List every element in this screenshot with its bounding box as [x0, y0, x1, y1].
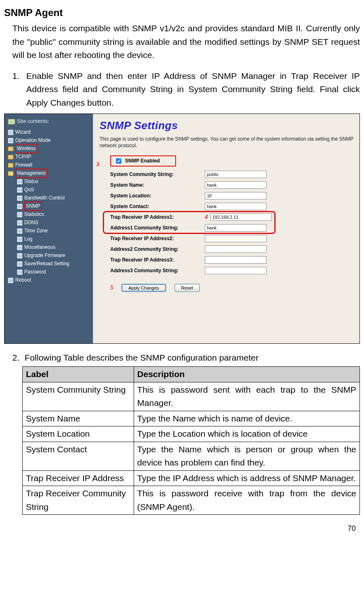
nav-tree: ▭Wizard ▭Operation Mode Wireless TCP/IP …	[5, 128, 93, 285]
field-label: System Location:	[110, 192, 205, 200]
nav-label: Wizard	[15, 128, 30, 136]
field-label: Address2 Community String:	[110, 245, 205, 253]
cell-desc: Type the Name which is person or group w…	[134, 442, 359, 470]
row-trap3-comm: Address3 Community String:	[100, 265, 355, 276]
table-row: System NameType the Name which is name o…	[23, 411, 360, 426]
doc-icon: ▭	[17, 261, 23, 267]
nav-item-bandwidth[interactable]: ▭Bandwidth Control	[5, 194, 93, 202]
field-label: Trap Receiver IP Address3:	[110, 256, 205, 264]
content-pane: SNMP Settings This page is used to confi…	[93, 114, 359, 343]
field-label: Address1 Community String:	[110, 224, 205, 232]
cell-label: System Location	[23, 426, 134, 442]
step-1-number: 1.	[12, 69, 22, 83]
header-label: Label	[23, 367, 134, 382]
nav-label: Password	[24, 268, 46, 276]
row-trap1-comm: Address1 Community String:	[100, 222, 355, 233]
row-community: System Community String:	[100, 169, 355, 180]
cell-label: Trap Receiver Community String	[23, 486, 134, 515]
nav-label: Bandwidth Control	[24, 194, 65, 202]
button-row: 5 Apply Changes Reset	[100, 283, 355, 292]
cell-label: System Name	[23, 411, 134, 426]
nav-label: QoS	[24, 186, 34, 194]
callout-4: 4	[205, 213, 208, 222]
doc-icon: ▭	[17, 228, 23, 234]
callout-3: 3	[96, 160, 99, 169]
table-row: Trap Receiver IP AddressType the IP Addr…	[23, 470, 360, 486]
field-label: Address3 Community String:	[110, 267, 205, 275]
nav-label: Operation Mode	[15, 137, 51, 144]
trap3-ip-input[interactable]	[205, 256, 267, 264]
nav-label: Status	[24, 178, 38, 185]
nav-item-timezone[interactable]: ▭Time Zone	[5, 227, 93, 235]
nav-item-wireless[interactable]: Wireless	[5, 145, 93, 153]
nav-item-statistics[interactable]: ▭Statistics	[5, 211, 93, 219]
folder-open-icon	[8, 171, 14, 176]
screenshot-frame: Site contents: ▭Wizard ▭Operation Mode W…	[4, 113, 360, 344]
nav-item-tcpip[interactable]: TCP/IP	[5, 153, 93, 161]
nav-item-status[interactable]: ▭Status	[5, 178, 93, 186]
nav-item-upgrade[interactable]: ▭Upgrade Firmware	[5, 252, 93, 260]
trap2-community-input[interactable]	[205, 245, 267, 253]
nav-item-firewall[interactable]: Firewall	[5, 161, 93, 169]
table-row: System ContactType the Name which is per…	[23, 442, 360, 470]
nav-label: Time Zone	[24, 227, 48, 235]
device-icon	[8, 119, 15, 125]
doc-icon: ▭	[17, 253, 23, 259]
row-trap3: Trap Receiver IP Address3:	[100, 255, 355, 265]
nav-label: Statistics	[24, 211, 44, 218]
doc-icon: ▭	[17, 187, 23, 193]
nav-item-snmp[interactable]: ▭SNMP	[5, 202, 93, 211]
doc-icon: ▭	[17, 245, 23, 250]
field-label: System Community String:	[110, 171, 205, 178]
nav-item-ddns[interactable]: ▭DDNS	[5, 219, 93, 227]
field-label: Trap Receiver IP Address1:	[110, 213, 205, 221]
nav-label: Miscellaneous	[24, 243, 56, 251]
nav-label: SNMP	[24, 201, 42, 211]
row-name: System Name:	[100, 180, 355, 190]
step-1-text: Enable SNMP and then enter IP Address of…	[25, 69, 360, 110]
nav-item-operation-mode[interactable]: ▭Operation Mode	[5, 137, 93, 145]
doc-icon: ▭	[17, 269, 23, 275]
system-name-input[interactable]	[205, 181, 267, 189]
nav-label: Firewall	[15, 161, 32, 169]
nav-label: Upgrade Firmware	[24, 252, 65, 259]
snmp-enabled-checkbox[interactable]	[116, 158, 121, 164]
trap1-ip-input[interactable]	[210, 213, 272, 221]
doc-icon: ▭	[17, 179, 23, 185]
cell-desc: Type the Location which is location of d…	[134, 426, 359, 442]
nav-label: Management	[15, 169, 47, 178]
system-community-input[interactable]	[205, 171, 267, 178]
step-1: 1. Enable SNMP and then enter IP Address…	[12, 69, 360, 110]
nav-item-save-reload[interactable]: ▭Save/Reload Setting	[5, 260, 93, 268]
reset-button[interactable]: Reset	[174, 284, 200, 292]
page-description: This page is used to configure the SNMP …	[100, 136, 355, 149]
nav-item-qos[interactable]: ▭QoS	[5, 186, 93, 194]
row-trap1: Trap Receiver IP Address1: 4	[100, 212, 355, 222]
field-label: Trap Receiver IP Address2:	[110, 235, 205, 243]
intro-paragraph: This device is compatible with SNMP v1/v…	[12, 22, 360, 62]
doc-icon: ▭	[17, 236, 23, 242]
step-2: 2. Following Table describes the SNMP co…	[12, 351, 360, 365]
field-label: System Name:	[110, 181, 205, 189]
callout-5: 5	[110, 283, 113, 292]
page-number: 70	[4, 523, 360, 535]
apply-changes-button[interactable]: Apply Changes	[121, 284, 166, 292]
trap1-community-input[interactable]	[205, 224, 267, 232]
trap2-ip-input[interactable]	[205, 235, 267, 242]
nav-item-log[interactable]: ▭Log	[5, 235, 93, 243]
sidebar: Site contents: ▭Wizard ▭Operation Mode W…	[5, 114, 93, 343]
nav-item-misc[interactable]: ▭Miscellaneous	[5, 243, 93, 252]
nav-item-wizard[interactable]: ▭Wizard	[5, 128, 93, 137]
doc-icon: ▭	[8, 130, 14, 135]
nav-item-password[interactable]: ▭Password	[5, 268, 93, 276]
trap3-community-input[interactable]	[205, 267, 267, 274]
nav-item-management[interactable]: Management	[5, 169, 93, 178]
system-contact-input[interactable]	[205, 203, 267, 210]
doc-icon: ▭	[8, 138, 14, 144]
system-location-input[interactable]	[205, 192, 267, 199]
nav-item-reboot[interactable]: ▭Reboot	[5, 276, 93, 285]
cell-desc: This is password sent with each trap to …	[134, 382, 359, 411]
doc-icon: ▭	[17, 204, 23, 209]
nav-label: Save/Reload Setting	[24, 260, 69, 268]
cell-desc: This is password receive with trap from …	[134, 486, 359, 515]
